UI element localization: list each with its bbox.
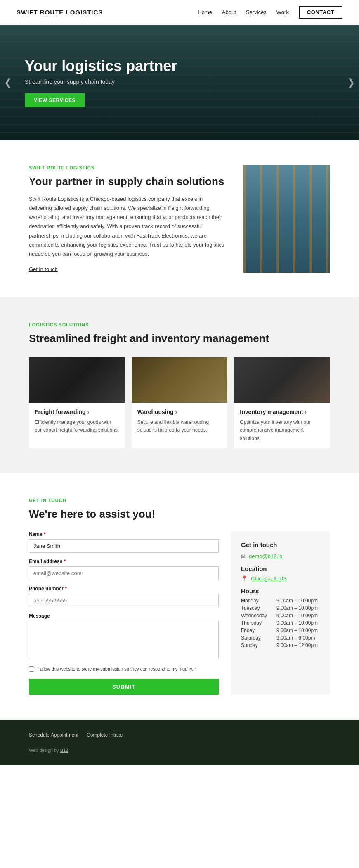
hours-row: Wednesday9:00am – 10:00pm — [241, 613, 320, 618]
about-tag: SWIFT ROUTE LOGISTICS — [29, 165, 227, 170]
carousel-prev[interactable]: ❮ — [4, 77, 12, 88]
service-title-warehousing: Warehousing › — [137, 409, 222, 415]
location-title: Location — [241, 565, 320, 572]
hours-row: Saturday9:00am – 6:00pm — [241, 635, 320, 641]
info-location[interactable]: Chicago, IL US — [251, 575, 287, 582]
service-card-freight[interactable]: Freight forwarding › Efficiently manage … — [29, 357, 125, 448]
message-input[interactable] — [29, 621, 219, 658]
consent-row: I allow this website to store my submiss… — [29, 666, 219, 673]
email-info-row: ✉ demo@b12.io — [241, 553, 320, 559]
hours-row: Tuesday9:00am – 10:00pm — [241, 605, 320, 611]
hours-table: Monday9:00am – 10:00pmTuesday9:00am – 10… — [241, 598, 320, 648]
service-image-inventory — [234, 357, 330, 403]
about-text: SWIFT ROUTE LOGISTICS Your partner in su… — [29, 165, 227, 273]
services-grid: Freight forwarding › Efficiently manage … — [29, 357, 330, 448]
service-body-freight: Freight forwarding › Efficiently manage … — [29, 403, 125, 440]
chevron-icon-warehousing: › — [175, 409, 177, 415]
name-label: Name * — [29, 531, 219, 537]
consent-label: I allow this website to store my submiss… — [38, 666, 196, 673]
carousel-next[interactable]: ❯ — [347, 77, 355, 88]
location-info-row: 📍 Chicago, IL US — [241, 575, 320, 582]
service-image-warehousing — [132, 357, 228, 403]
footer-link[interactable]: Complete Intake — [87, 732, 123, 738]
contact-layout: Name * Email address * Phone number * — [29, 531, 330, 695]
info-box-title: Get in touch — [241, 541, 320, 548]
name-input[interactable] — [29, 539, 219, 553]
nav-services[interactable]: Services — [246, 9, 267, 15]
chevron-icon-inventory: › — [305, 409, 307, 415]
logo: SWIFT ROUTE LOGISTICS — [17, 9, 103, 16]
hero-section: Your logistics partner Streamline your s… — [0, 25, 359, 140]
email-icon: ✉ — [241, 553, 246, 559]
about-link[interactable]: Get in touch — [29, 266, 58, 272]
service-image-freight — [29, 357, 125, 403]
email-input[interactable] — [29, 566, 219, 580]
service-desc-warehousing: Secure and flexible warehousing solution… — [137, 419, 222, 434]
nav-about[interactable]: About — [222, 9, 236, 15]
hours-row: Monday9:00am – 10:00pm — [241, 598, 320, 604]
location-icon: 📍 — [241, 575, 248, 582]
hours-row: Sunday9:00am – 12:00pm — [241, 642, 320, 648]
hours-row: Friday9:00am – 10:00pm — [241, 628, 320, 633]
services-section: LOGISTICS SOLUTIONS Streamlined freight … — [0, 297, 359, 473]
contact-section: GET IN TOUCH We're here to assist you! N… — [0, 473, 359, 720]
service-body-inventory: Inventory management › Optimize your inv… — [234, 403, 330, 448]
nav-work[interactable]: Work — [276, 9, 289, 15]
service-card-warehousing[interactable]: Warehousing › Secure and flexible wareho… — [132, 357, 228, 448]
email-label: Email address * — [29, 559, 219, 564]
service-title-inventory: Inventory management › — [240, 409, 324, 415]
service-card-inventory[interactable]: Inventory management › Optimize your inv… — [234, 357, 330, 448]
footer-credit-link[interactable]: B12 — [60, 748, 68, 753]
email-field-group: Email address * — [29, 559, 219, 580]
name-required: * — [44, 531, 46, 537]
main-nav: Home About Services Work CONTACT — [198, 6, 342, 19]
hours-row: Thursday9:00am – 10:00pm — [241, 620, 320, 626]
about-section: SWIFT ROUTE LOGISTICS Your partner in su… — [0, 140, 359, 297]
submit-button[interactable]: SUBMIT — [29, 679, 219, 695]
email-required: * — [64, 559, 66, 564]
chevron-icon-freight: › — [87, 409, 89, 415]
footer-link[interactable]: Schedule Appointment — [29, 732, 78, 738]
about-heading: Your partner in supply chain solutions — [29, 175, 227, 188]
about-image — [243, 165, 330, 273]
message-label: Message — [29, 613, 219, 619]
service-body-warehousing: Warehousing › Secure and flexible wareho… — [132, 403, 228, 440]
service-desc-freight: Efficiently manage your goods with our e… — [35, 419, 119, 434]
hero-heading: Your logistics partner — [25, 58, 334, 74]
contact-info-box: Get in touch ✉ demo@b12.io Location 📍 Ch… — [231, 531, 330, 695]
view-services-button[interactable]: VIEW SERVICES — [25, 93, 85, 107]
footer-credit: Web design by B12 — [29, 748, 330, 753]
hours-title: Hours — [241, 587, 320, 595]
consent-required: * — [194, 666, 196, 671]
services-tag: LOGISTICS SOLUTIONS — [29, 322, 330, 327]
contact-tag: GET IN TOUCH — [29, 498, 330, 503]
contact-heading: We're here to assist you! — [29, 508, 330, 521]
about-body: Swift Route Logistics is a Chicago-based… — [29, 195, 227, 259]
name-field-group: Name * — [29, 531, 219, 553]
consent-checkbox[interactable] — [29, 666, 34, 672]
footer-links: Schedule AppointmentComplete Intake — [29, 732, 330, 738]
phone-field-group: Phone number * — [29, 586, 219, 607]
nav-home[interactable]: Home — [198, 9, 212, 15]
phone-input[interactable] — [29, 594, 219, 607]
header: SWIFT ROUTE LOGISTICS Home About Service… — [0, 0, 359, 25]
services-heading: Streamlined freight and inventory manage… — [29, 332, 330, 345]
service-desc-inventory: Optimize your inventory with our compreh… — [240, 419, 324, 442]
footer: Schedule AppointmentComplete Intake Web … — [0, 720, 359, 765]
nav-contact-button[interactable]: CONTACT — [299, 6, 342, 19]
phone-required: * — [65, 586, 67, 592]
carousel-controls: ❮ ❯ — [0, 77, 359, 88]
service-title-freight: Freight forwarding › — [35, 409, 119, 415]
info-email[interactable]: demo@b12.io — [249, 553, 282, 559]
message-field-group: Message — [29, 613, 219, 660]
contact-form: Name * Email address * Phone number * — [29, 531, 219, 695]
phone-label: Phone number * — [29, 586, 219, 592]
